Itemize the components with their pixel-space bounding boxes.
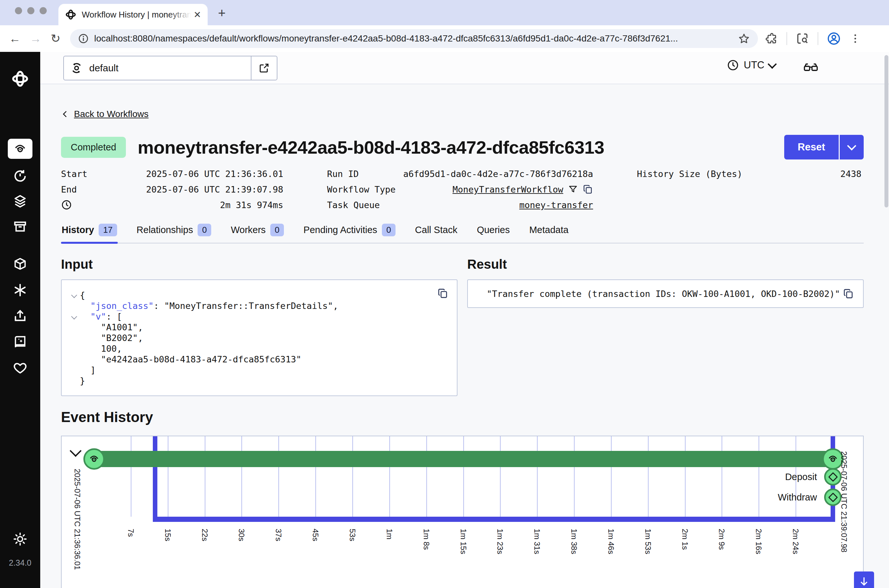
timeline-gridline	[205, 436, 205, 517]
docs-icon	[13, 334, 27, 350]
window-close-button[interactable]	[15, 7, 22, 14]
timeline-tick-label: 1m 31s	[532, 529, 542, 554]
copy-icon[interactable]	[437, 288, 448, 299]
json-line: 100,	[68, 343, 450, 354]
workflows-icon	[827, 453, 839, 465]
sidebar-item-feedback[interactable]	[0, 360, 40, 375]
scroll-down-arrow-icon	[859, 576, 869, 587]
timeline-tick-label: 1m 15s	[459, 529, 468, 554]
timeline-tick-label: 22s	[200, 529, 209, 542]
sidebar-item-workflows[interactable]	[8, 139, 32, 159]
browser-toolbar: ← → ↻ localhost:8080/namespaces/default/…	[0, 25, 889, 52]
tab-label: History	[62, 225, 94, 236]
detail-run-id: Run ID a6fd95d1-da0c-4d2e-a77c-786f3d762…	[327, 166, 593, 182]
tab-label: Pending Activities	[303, 225, 377, 236]
tab-call-stack[interactable]: Call Stack	[414, 220, 458, 243]
detail-end: End 2025-07-06 UTC 21:39:07.98	[61, 182, 283, 197]
forward-icon[interactable]: →	[30, 32, 42, 45]
reload-icon[interactable]: ↻	[51, 32, 60, 45]
chevron-down-icon	[768, 60, 777, 69]
labs-toggle[interactable]	[803, 61, 819, 75]
sidebar-item-docs[interactable]	[0, 334, 40, 350]
favicon-temporal-icon	[65, 9, 77, 20]
activity-node-deposit[interactable]	[824, 468, 842, 486]
detail-duration: 2m 31s 974ms	[61, 197, 283, 213]
reset-button[interactable]: Reset	[784, 135, 839, 159]
result-heading: Result	[467, 257, 864, 272]
profile-icon[interactable]	[827, 32, 841, 46]
back-to-workflows[interactable]: Back to Workflows	[61, 109, 864, 119]
copy-icon[interactable]	[583, 184, 593, 195]
tab-history[interactable]: History17	[61, 220, 118, 243]
tab-workers[interactable]: Workers0	[230, 220, 284, 243]
namespace-switcher[interactable]: default	[63, 56, 277, 80]
sidebar-item-import[interactable]	[0, 309, 40, 324]
timeline-tick-label: 30s	[237, 529, 246, 542]
tab-metadata[interactable]: Metadata	[528, 220, 569, 243]
browser-chrome: Workflow History | moneytran ✕ + ← → ↻ l…	[0, 0, 889, 52]
timeline-gridline	[722, 436, 722, 517]
sidebar-item-archive[interactable]	[0, 219, 40, 234]
activity-diamond-icon	[828, 472, 838, 482]
collapse-chevron-icon[interactable]	[71, 314, 77, 319]
input-heading: Input	[61, 257, 457, 272]
timeline-tick-label: 1m 46s	[606, 529, 615, 554]
collapse-chevron-icon[interactable]	[71, 292, 77, 298]
tab-count-badge: 0	[198, 224, 211, 236]
sidebar-item-batch-operations[interactable]	[0, 194, 40, 209]
workflow-type-link[interactable]: MoneyTransferWorkflow	[453, 184, 563, 195]
tab-pending-activities[interactable]: Pending Activities0	[303, 220, 396, 243]
extensions-icon[interactable]	[765, 32, 778, 45]
timeline-tick-label: 15s	[163, 529, 172, 542]
tab-label: Metadata	[529, 225, 569, 236]
timeline-start-time: 2025-07-06 UTC 21:36:36.01	[73, 469, 82, 570]
timeline-gridline	[315, 436, 316, 517]
detail-task-queue: Task Queue money-transfer	[327, 197, 593, 213]
back-icon[interactable]: ←	[9, 32, 21, 45]
browser-tab[interactable]: Workflow History | moneytran ✕	[59, 4, 208, 25]
theme-sun-icon[interactable]	[0, 532, 40, 546]
timeline-gridline	[537, 436, 538, 517]
window-minimize-button[interactable]	[27, 7, 35, 14]
timeline-gridline	[352, 436, 353, 517]
task-queue-link[interactable]: money-transfer	[519, 200, 593, 210]
timeline-tick-label: 37s	[274, 529, 283, 542]
sidebar-item-nexus[interactable]	[0, 283, 40, 298]
sidebar-item-schedules[interactable]	[0, 168, 40, 183]
timezone-selector[interactable]: UTC	[727, 59, 775, 71]
result-viewer: "Transfer complete (transaction IDs: OKW…	[467, 279, 864, 308]
sidebar-item-deployments[interactable]	[0, 257, 40, 272]
site-info-icon[interactable]	[78, 33, 89, 44]
copy-icon[interactable]	[843, 288, 854, 299]
chevron-down-icon	[847, 141, 856, 150]
close-tab-icon[interactable]: ✕	[194, 9, 201, 20]
workflow-execution-bar[interactable]	[94, 451, 833, 467]
bookmark-star-icon[interactable]	[738, 32, 750, 45]
timeline-tick-label: 2m 16s	[754, 529, 763, 554]
input-result-section: Input { "json_class": "MoneyTransfer::Tr…	[61, 257, 864, 396]
timeline-tick-label: 45s	[311, 529, 320, 542]
namespace-external-link-button[interactable]	[251, 56, 277, 80]
back-link-label[interactable]: Back to Workflows	[74, 109, 149, 119]
address-bar[interactable]: localhost:8080/namespaces/default/workfl…	[70, 29, 758, 48]
reset-dropdown-button[interactable]	[839, 135, 864, 159]
page-scrollbar[interactable]	[884, 55, 888, 207]
new-tab-button[interactable]: +	[218, 6, 226, 20]
tab-label: Queries	[477, 225, 510, 236]
url-text: localhost:8080/namespaces/default/workfl…	[94, 33, 738, 44]
timeline-collapse-chevron-icon[interactable]	[70, 445, 82, 457]
status-badge: Completed	[61, 137, 126, 158]
tab-queries[interactable]: Queries	[476, 220, 511, 243]
scroll-to-bottom-button[interactable]	[854, 572, 874, 588]
duration-clock-icon	[61, 200, 72, 210]
event-history-timeline: 7s15s22s30s37s45s53s1m1m 8s1m 15s1m 23s1…	[61, 436, 864, 588]
menu-kebab-icon[interactable]	[850, 33, 861, 44]
workflow-start-node[interactable]	[83, 448, 105, 470]
activity-node-withdraw[interactable]	[824, 489, 842, 506]
temporal-logo-icon[interactable]	[0, 70, 40, 88]
tab-relationships[interactable]: Relationships0	[136, 220, 212, 243]
tab-search-icon[interactable]	[796, 32, 809, 45]
timeline-gridline	[241, 436, 242, 517]
filter-funnel-icon[interactable]	[568, 184, 578, 195]
window-zoom-button[interactable]	[39, 7, 47, 14]
